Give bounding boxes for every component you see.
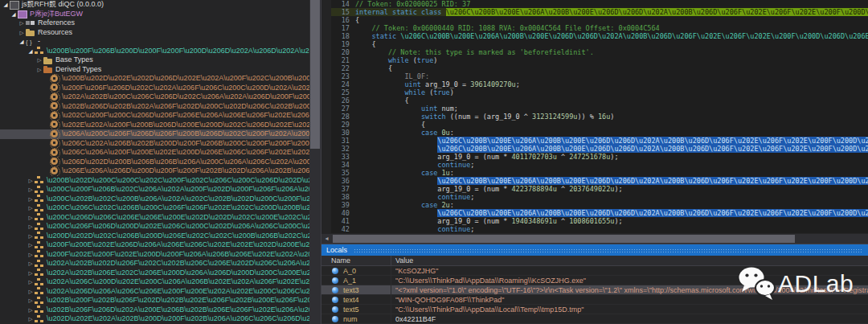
breakpoint-gutter[interactable] [321,72,331,80]
expander-expanded-icon[interactable]: ◢ [2,0,10,10]
locals-row[interactable]: num0x42211B4F [321,314,868,324]
tree-item[interactable]: ▷\u202A\u206C\u200D\u202E\u200C\u206A\u2… [0,277,309,287]
breakpoint-gutter[interactable] [321,48,331,56]
code-line[interactable]: 14// Token: 0x02000025 RID: 37 [321,0,868,8]
expander-collapsed-icon[interactable]: ▷ [35,55,43,65]
tree-item[interactable]: ▷\u200F\u200E\u202E\u206D\u206A\u206E\u2… [0,240,309,250]
code-line[interactable]: 22 { [321,64,868,72]
code-editor[interactable]: 14// Token: 0x02000025 RID: 3715internal… [321,0,868,233]
code-line[interactable]: 31 \u206C\u200B\u200E\u206A\u200B\u200E\… [321,137,868,145]
expander-collapsed-icon[interactable]: ▷ [35,65,43,75]
tree-item[interactable]: \u202E\u202A\u200F\u200B\u206D\u200E\u20… [0,121,309,130]
code-line[interactable]: 18 static \u206C\u200B\u200E\u206A\u200B… [321,32,868,40]
breakpoint-gutter[interactable] [321,121,331,129]
expander-collapsed-icon[interactable]: ▷ [27,287,35,297]
breakpoint-gutter[interactable] [321,161,331,169]
expander-collapsed-icon[interactable]: ▷ [27,195,35,204]
code-line[interactable]: 20 // Note: this type is marked as 'befo… [321,48,868,56]
tree-item[interactable]: \u200F\u206F\u206D\u202C\u202A\u206F\u20… [0,84,309,93]
breakpoint-gutter[interactable] [321,129,331,137]
expander-collapsed-icon[interactable]: ▷ [27,240,35,250]
code-line[interactable]: 16{ [321,16,868,24]
tree-item[interactable]: ▷\u202A\u206D\u206A\u206C\u206E\u200F\u2… [0,287,309,297]
breakpoint-gutter[interactable] [321,113,331,121]
code-line[interactable]: 34 continue; [321,161,868,169]
tree-item[interactable]: \u206C\u202A\u206B\u202B\u200D\u200F\u20… [0,139,309,149]
breakpoint-gutter[interactable] [321,80,331,88]
code-line[interactable]: 17 // Token: 0x06000440 RID: 1088 RVA: 0… [321,24,868,32]
breakpoint-gutter[interactable] [321,88,331,96]
breakpoint-gutter[interactable] [321,64,331,72]
expander-collapsed-icon[interactable]: ▷ [27,213,35,223]
expander-expanded-icon[interactable]: ◢ [18,37,26,47]
locals-row[interactable]: text4"WIN-QOHDG9FA08F\\ThinkPad" [321,295,868,305]
tree-item[interactable]: \u202A\u202B\u200C\u206C\u206D\u202C\u20… [0,92,309,102]
tree-item[interactable]: \u206A\u200C\u206F\u206D\u206F\u200B\u20… [0,129,309,139]
expander-collapsed-icon[interactable]: ▷ [27,314,35,324]
code-line[interactable]: 33 arg_19_0 = (num * 4011702703u ^ 24725… [321,153,868,161]
tree-item[interactable]: ▷\u202B\u206F\u206D\u202A\u200E\u206B\u2… [0,306,309,315]
tree-item[interactable]: ▷\u200B\u202D\u200C\u200C\u202C\u200F\u2… [0,176,309,186]
code-line[interactable]: 19 { [321,40,868,48]
expander-collapsed-icon[interactable]: ▷ [27,176,35,186]
expander-collapsed-icon[interactable]: ▷ [27,185,35,195]
breakpoint-gutter[interactable] [321,153,331,161]
breakpoint-gutter[interactable] [321,56,331,64]
column-header-name[interactable]: Name [321,256,391,265]
breakpoint-gutter[interactable] [321,8,331,16]
tree-item[interactable]: \u206C\u206A\u200F\u200E\u202E\u200D\u20… [0,148,309,158]
expander-collapsed-icon[interactable]: ▷ [27,259,35,269]
editor-scrollbar-thumb[interactable] [333,235,795,243]
tree-item[interactable]: ▷\u200C\u206D\u206C\u206E\u206E\u200E\u2… [0,213,309,223]
tree-item[interactable]: ▷References [0,18,309,28]
code-line[interactable]: 42 continue; [321,225,868,233]
variable-value[interactable]: "WIN-QOHDG9FA08F\\ThinkPad" [391,295,868,304]
breakpoint-gutter[interactable] [321,137,331,145]
locals-row[interactable]: A_1"C:\\Users\\ThinkPad\\AppData\\Roamin… [321,276,868,285]
code-line[interactable]: 25 while (true) [321,88,868,96]
code-line[interactable]: 32 \u206C\u200B\u200E\u206A\u200B\u200E\… [321,145,868,153]
code-line[interactable]: 26 { [321,96,868,105]
code-line[interactable]: 39 case 2u: [321,201,868,209]
breakpoint-gutter[interactable] [321,16,331,24]
locals-row[interactable]: A_0"KcSOZJHG" [321,266,868,276]
code-line[interactable]: 41 arg_19_0 = (num * 1940348691u ^ 10086… [321,217,868,225]
tree-item[interactable]: ▷Derived Types [0,65,309,75]
expander-collapsed-icon[interactable]: ▷ [18,28,26,38]
expander-collapsed-icon[interactable]: ▷ [27,222,35,232]
tree-item[interactable]: ▷\u202B\u200F\u202B\u206F\u202D\u202B\u2… [0,296,309,306]
breakpoint-gutter[interactable] [321,0,331,8]
breakpoint-gutter[interactable] [321,177,331,185]
tree-item[interactable]: \u200B\u202D\u202E\u202D\u206D\u202E\u20… [0,74,309,84]
breakpoint-gutter[interactable] [321,217,331,225]
tree-item[interactable]: ◢P席je洋ButEGW [0,10,309,19]
tree-item[interactable]: ▷\u200C\u200F\u206B\u202C\u206A\u202A\u2… [0,185,309,195]
breakpoint-gutter[interactable] [321,201,331,209]
breakpoint-gutter[interactable] [321,105,331,113]
tree-item[interactable]: ▷\u200C\u202B\u202C\u200B\u206A\u202A\u2… [0,195,309,204]
code-line[interactable]: 38 continue; [321,193,868,201]
code-line[interactable]: 29 { [321,121,868,129]
column-header-value[interactable]: Value [391,256,868,265]
tree-item[interactable]: ▷\u200F\u202E\u200F\u202E\u200D\u200F\u2… [0,250,309,260]
breakpoint-gutter[interactable] [321,209,331,217]
expander-collapsed-icon[interactable]: ▷ [18,18,26,28]
expander-collapsed-icon[interactable]: ▷ [27,232,35,241]
tree-item[interactable]: \u206E\u206A\u206D\u200D\u200F\u200F\u20… [0,166,309,176]
code-line[interactable]: 24 uint arg_19_0 = 3961409270u; [321,80,868,88]
code-line[interactable]: 30 case 0u: [321,129,868,137]
variable-value[interactable]: "C:\\Users\\ThinkPad\\AppData\\Roaming\\… [391,276,868,285]
breakpoint-gutter[interactable] [321,32,331,40]
tree-item[interactable]: ▷Base Types [0,55,309,65]
code-line[interactable]: 23 IL_0F: [321,72,868,80]
expander-collapsed-icon[interactable]: ▷ [27,203,35,213]
expander-expanded-icon[interactable]: ◢ [27,47,35,56]
variable-value[interactable]: "KcSOZJHG" [391,266,868,275]
tree-item[interactable]: ▷\u202A\u202B\u206E\u202C\u206E\u200D\u2… [0,269,309,278]
tree-item[interactable]: ▷\u200C\u206F\u206D\u200D\u202E\u206C\u2… [0,222,309,232]
breakpoint-gutter[interactable] [321,40,331,48]
tree-item[interactable]: ◢js覣RFH覣 diQC (0.0.0.0) [0,0,309,10]
code-line[interactable]: 28 switch ((num = (arg_19_0 ^ 3123124599… [321,113,868,121]
breakpoint-gutter[interactable] [321,24,331,32]
code-line[interactable]: 35 case 1u: [321,169,868,177]
